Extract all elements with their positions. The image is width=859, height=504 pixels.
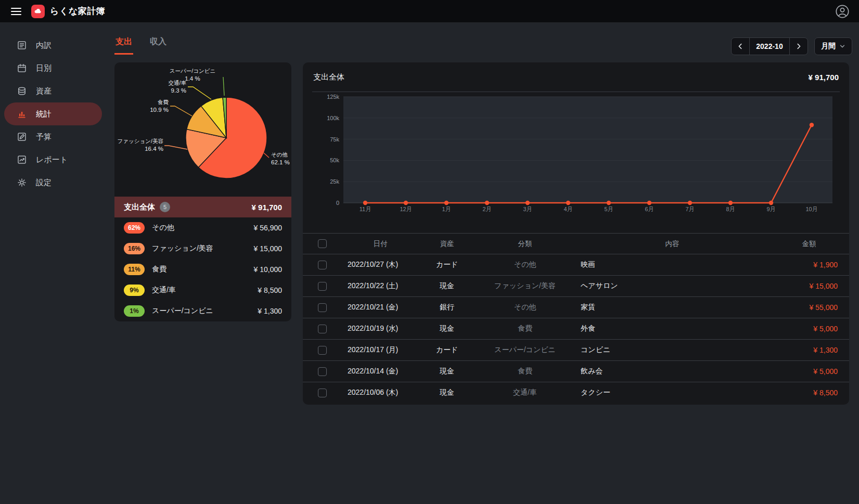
legend-value: ¥ 10,000 (254, 265, 283, 274)
legend-row[interactable]: 11%食費¥ 10,000 (114, 259, 291, 280)
legend-label: スーパー/コンビニ (152, 306, 213, 316)
chevron-down-icon (839, 43, 845, 49)
cell-amount: ¥ 5,000 (769, 367, 849, 376)
cell-amount: ¥ 5,000 (769, 325, 849, 333)
cell-date: 2022/10/21 (金) (341, 303, 419, 312)
prev-period-button[interactable] (732, 38, 749, 55)
sidebar-item-daily[interactable]: 日別 (4, 57, 102, 80)
legend-row[interactable]: 9%交通/車¥ 8,500 (114, 280, 291, 301)
y-axis-label: 50k (330, 157, 339, 163)
table-row[interactable]: 2022/10/06 (木)現金交通/車タクシー¥ 8,500 (303, 382, 849, 403)
data-point (525, 201, 530, 205)
legend-value: ¥ 1,300 (258, 307, 282, 315)
pie-label-percent: 10.9 % (150, 107, 169, 113)
period-mode-button[interactable]: 月間 (814, 37, 852, 55)
sidebar-item-stats[interactable]: 統計 (4, 102, 102, 125)
legend-row[interactable]: 1%スーパー/コンビニ¥ 1,300 (114, 301, 291, 321)
cell-date: 2022/10/22 (土) (341, 281, 419, 291)
x-axis-label: 12月 (400, 206, 412, 212)
data-point (404, 201, 408, 205)
period-mode-label: 月間 (821, 42, 836, 51)
cell-category: 食費 (475, 324, 575, 333)
table-row[interactable]: 2022/10/19 (水)現金食費外食¥ 5,000 (303, 318, 849, 339)
legend-header: 支出全体 5 ¥ 91,700 (114, 197, 291, 217)
row-checkbox[interactable] (318, 325, 327, 333)
legend-row[interactable]: 62%その他¥ 56,900 (114, 217, 291, 238)
legend-total: ¥ 91,700 (252, 203, 282, 212)
cell-memo: 映画 (575, 260, 769, 269)
period-controls: 2022-10 月間 (731, 37, 852, 55)
cell-category: 交通/車 (475, 388, 575, 397)
cell-asset: 現金 (419, 367, 475, 376)
pie-chart: その他62.1 %ファッション/美容16.4 %食費10.9 %交通/車9.3 … (114, 62, 291, 197)
report-icon (17, 154, 27, 165)
tab-income[interactable]: 収入 (149, 36, 168, 55)
plot-area (343, 97, 832, 203)
pie-label-percent: 62.1 % (271, 159, 290, 165)
row-checkbox[interactable] (318, 282, 327, 291)
table-row[interactable]: 2022/10/21 (金)銀行その他家賃¥ 55,000 (303, 296, 849, 318)
pie-label-leader (264, 153, 269, 158)
cell-memo: 飲み会 (575, 367, 769, 376)
cell-asset: カード (419, 345, 475, 355)
row-checkbox[interactable] (318, 261, 327, 269)
cloud-icon (33, 7, 43, 16)
sidebar-item-breakdown[interactable]: 内訳 (4, 34, 102, 57)
table-row[interactable]: 2022/10/17 (月)カードスーパー/コンビニコンビニ¥ 1,300 (303, 339, 849, 360)
x-axis-label: 11月 (360, 206, 371, 212)
legend-title: 支出全体 (124, 202, 155, 212)
legend-label: 交通/車 (152, 286, 176, 295)
row-checkbox[interactable] (318, 389, 327, 397)
cell-amount: ¥ 55,000 (769, 303, 849, 312)
cell-amount: ¥ 1,300 (769, 346, 849, 354)
table-row[interactable]: 2022/10/14 (金)現金食費飲み会¥ 5,000 (303, 360, 849, 382)
chevron-left-icon (737, 43, 744, 50)
period-value: 2022-10 (749, 38, 790, 55)
cell-asset: 現金 (419, 281, 475, 291)
row-checkbox[interactable] (318, 303, 327, 312)
row-checkbox[interactable] (318, 367, 327, 376)
select-all-checkbox[interactable] (318, 239, 327, 248)
cell-asset: カード (419, 260, 475, 269)
row-checkbox-cell (303, 346, 341, 355)
tabs-row: 支出収入 (114, 36, 168, 55)
sidebar-item-assets[interactable]: 資産 (4, 80, 102, 102)
app-logo (31, 5, 45, 18)
cell-amount: ¥ 8,500 (769, 389, 849, 397)
x-axis-label: 2月 (482, 206, 491, 212)
trend-total: ¥ 91,700 (809, 73, 839, 82)
table-row[interactable]: 2022/10/22 (土)現金ファッション/美容ヘアサロン¥ 15,000 (303, 275, 849, 296)
data-point (363, 201, 367, 205)
legend-row[interactable]: 16%ファッション/美容¥ 15,000 (114, 238, 291, 259)
col-header-date: 日付 (341, 239, 419, 249)
cell-memo: 外食 (575, 324, 769, 333)
legend-pct-pill: 16% (124, 243, 145, 254)
sidebar-item-settings[interactable]: 設定 (4, 171, 102, 194)
cell-memo: タクシー (575, 388, 769, 397)
tab-expense[interactable]: 支出 (114, 36, 133, 55)
sidebar-item-report[interactable]: レポート (4, 148, 102, 171)
chevron-right-icon (795, 43, 802, 50)
next-period-button[interactable] (790, 38, 807, 55)
data-point (566, 201, 570, 205)
y-axis-label: 100k (327, 115, 339, 121)
app-screen: らくな家計簿 内訳日別資産統計予算レポート設定 支出収入 2022-10 (0, 0, 859, 504)
row-checkbox-cell (303, 389, 341, 397)
cell-category: その他 (475, 303, 575, 312)
sidebar-item-label: 予算 (36, 132, 52, 142)
data-point (647, 201, 651, 205)
calendar-icon (17, 63, 27, 73)
user-avatar-button[interactable] (835, 4, 851, 19)
data-point (688, 201, 692, 205)
category-breakdown-card: その他62.1 %ファッション/美容16.4 %食費10.9 %交通/車9.3 … (114, 62, 291, 321)
list-icon (17, 40, 27, 50)
table-row[interactable]: 2022/10/27 (木)カードその他映画¥ 1,900 (303, 254, 849, 275)
row-checkbox[interactable] (318, 346, 327, 355)
sidebar: 内訳日別資産統計予算レポート設定 (0, 23, 106, 504)
sidebar-item-label: 内訳 (36, 41, 52, 50)
col-header-memo: 内容 (575, 239, 769, 249)
data-point (728, 201, 733, 205)
hamburger-icon (10, 5, 22, 18)
sidebar-item-budget[interactable]: 予算 (4, 125, 102, 148)
menu-button[interactable] (8, 4, 24, 19)
